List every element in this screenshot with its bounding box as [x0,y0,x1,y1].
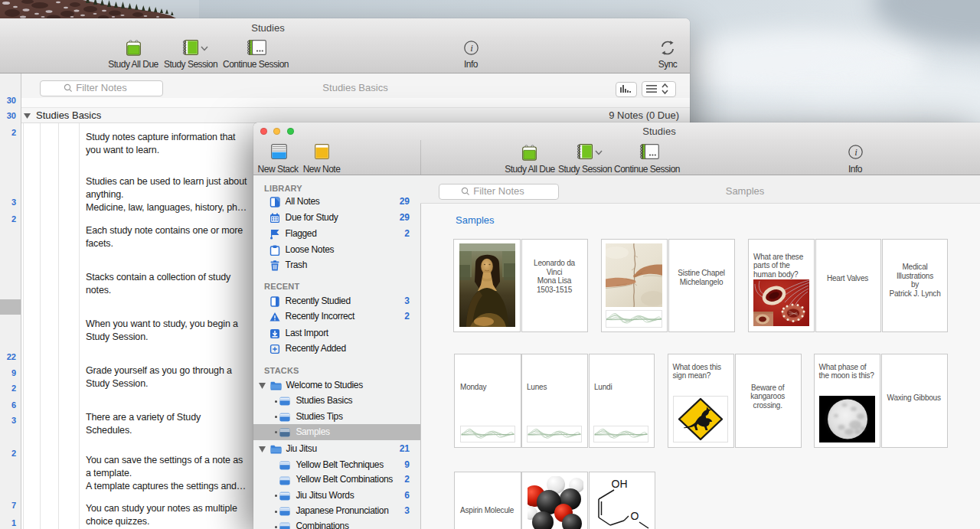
svg-text:O: O [630,510,639,522]
svg-text:i: i [854,146,858,158]
svg-text:i: i [470,42,473,54]
svg-text:OH: OH [611,478,627,490]
